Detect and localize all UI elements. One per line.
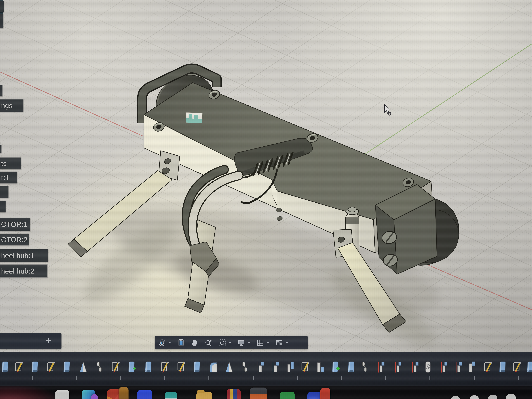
timeline-feature-sketch[interactable] xyxy=(301,361,310,374)
pan-tool[interactable] xyxy=(191,339,199,347)
display-settings-dropdown-caret[interactable] xyxy=(247,339,250,347)
dock-word-icon[interactable] xyxy=(307,392,321,399)
dock-powerpoint-icon[interactable] xyxy=(250,387,267,399)
navbar-tools xyxy=(158,339,304,347)
sketch-icon xyxy=(160,361,169,374)
timeline-feature-sketch[interactable] xyxy=(160,361,169,374)
dock-app-gray-small-1-icon[interactable] xyxy=(451,396,460,399)
add-button[interactable]: + xyxy=(46,335,52,347)
grid-icon xyxy=(256,339,264,347)
browser-item-label: heel hub:1 xyxy=(0,252,34,260)
timeline-feature-joint-red[interactable] xyxy=(411,361,419,374)
browser-item-clipped[interactable] xyxy=(0,1,4,13)
extrude-plus-icon xyxy=(128,361,136,374)
dock-app-brown-icon[interactable] xyxy=(119,387,128,399)
timeline-feature-extrude[interactable] xyxy=(526,361,532,374)
browser-item-r-1[interactable]: r:1 xyxy=(0,171,17,184)
browser-item-clipped[interactable] xyxy=(0,186,9,198)
timeline-feature-joint-bw[interactable] xyxy=(241,361,249,374)
timeline-feature-extrude-plus[interactable] xyxy=(331,361,340,374)
dock-app-gray-icon[interactable] xyxy=(55,390,70,399)
timeline-feature-joint-red[interactable] xyxy=(256,361,265,374)
dock-app-white-teal-icon[interactable] xyxy=(165,392,177,399)
fillet-icon xyxy=(209,361,218,374)
timeline-feature-sketch[interactable] xyxy=(484,361,493,374)
timeline-feature-loft[interactable] xyxy=(225,361,234,374)
dock-app-gray-small-2-icon[interactable] xyxy=(470,395,479,399)
timeline-feature-rigid[interactable] xyxy=(286,361,295,374)
loft-icon xyxy=(225,361,234,374)
browser-item-otor-2[interactable]: OTOR:2 xyxy=(0,234,29,246)
timeline-feature-sketch[interactable] xyxy=(177,361,186,374)
joint-red-icon xyxy=(393,361,402,374)
timeline-feature-sketch[interactable] xyxy=(47,361,55,374)
timeline-feature-loft[interactable] xyxy=(79,361,88,374)
browser-item-heel-hub-1[interactable]: heel hub:1 xyxy=(0,249,48,262)
timeline-feature-sketch[interactable] xyxy=(15,361,24,374)
viewports-dropdown-caret[interactable] xyxy=(285,339,288,347)
browser-item-clipped[interactable] xyxy=(0,201,6,212)
browser-item-ts[interactable]: ts xyxy=(0,157,21,169)
browser-item-clipped[interactable] xyxy=(0,145,2,153)
timeline-feature-joint-red[interactable] xyxy=(454,361,463,374)
look-at-tool[interactable] xyxy=(177,339,185,347)
browser-bottom-bar: + xyxy=(0,333,62,349)
orbit-dropdown-caret[interactable] xyxy=(168,339,171,347)
timeline-feature-extrude[interactable] xyxy=(347,361,356,374)
rigid-icon xyxy=(286,361,295,374)
display-settings-tool[interactable] xyxy=(237,339,245,347)
timeline-feature-joint-bw[interactable] xyxy=(95,361,104,374)
timeline-feature-joint-red[interactable] xyxy=(439,361,448,374)
dock-app-purple-icon[interactable] xyxy=(91,394,98,399)
fit-tool[interactable] xyxy=(218,339,226,347)
dock-folder-icon[interactable] xyxy=(196,392,212,399)
timeline-feature-combine[interactable] xyxy=(316,361,325,374)
zoom-tool[interactable] xyxy=(204,339,212,347)
timeline-feature-sketch[interactable] xyxy=(111,361,120,374)
timeline-feature-joint-red[interactable] xyxy=(377,361,385,374)
browser-item-label: ts xyxy=(0,159,6,167)
browser-item-otor-1[interactable]: OTOR:1 xyxy=(0,218,30,231)
timeline-feature-extrude[interactable] xyxy=(31,361,39,374)
timeline-feature-extrude-plus[interactable] xyxy=(128,361,136,374)
browser-item-clipped[interactable] xyxy=(0,14,3,28)
dock-app-gray-small-3-icon[interactable] xyxy=(488,395,497,399)
timeline-feature-joint-red[interactable] xyxy=(393,361,402,374)
dock-app-blue-icon[interactable] xyxy=(137,390,152,399)
timeline-feature-fillet[interactable] xyxy=(209,361,218,374)
timeline-feature-extrude[interactable] xyxy=(1,361,10,374)
timeline-ruler-tick xyxy=(164,376,165,380)
timeline-feature-joint-red[interactable] xyxy=(271,361,280,374)
extrude-icon xyxy=(498,361,507,374)
grid-tool[interactable] xyxy=(256,339,264,347)
pan-icon xyxy=(191,339,199,347)
timeline-feature-joint-bw[interactable] xyxy=(360,361,369,374)
timeline-bar[interactable] xyxy=(0,352,532,386)
timeline-feature-flag[interactable] xyxy=(467,361,476,374)
browser-item-clipped[interactable] xyxy=(0,85,3,96)
sketch-icon xyxy=(177,361,186,374)
fit-dropdown-caret[interactable] xyxy=(228,339,231,347)
dock-app-red-icon[interactable] xyxy=(320,388,330,399)
grid-dropdown-caret[interactable] xyxy=(266,339,269,347)
dock-crest-icon[interactable] xyxy=(227,389,241,399)
timeline-feature-extrude[interactable] xyxy=(144,361,153,374)
timeline-feature-extrude[interactable] xyxy=(63,361,71,374)
timeline-ruler-tick xyxy=(209,376,209,380)
dock-excel-icon[interactable] xyxy=(280,392,295,399)
extrude-icon xyxy=(63,361,71,374)
dock-app-gray-small-4-icon[interactable] xyxy=(506,394,516,399)
timeline-ruler-tick xyxy=(430,376,431,380)
browser-item-label: OTOR:2 xyxy=(0,235,27,244)
timeline-feature-sketch[interactable] xyxy=(513,361,522,374)
viewports-tool[interactable] xyxy=(275,339,283,347)
browser-item-ngs[interactable]: ngs xyxy=(0,99,24,112)
browser-item-heel-hub-2[interactable]: heel hub:2 xyxy=(0,264,48,278)
joint-bw-icon xyxy=(360,361,369,374)
timeline-feature-extrude[interactable] xyxy=(498,361,507,374)
timeline-feature-extrude[interactable] xyxy=(193,361,201,374)
timeline-feature-link[interactable] xyxy=(424,361,432,374)
orbit-tool[interactable] xyxy=(158,339,166,347)
fit-icon xyxy=(218,339,226,347)
loft-icon xyxy=(79,361,88,374)
